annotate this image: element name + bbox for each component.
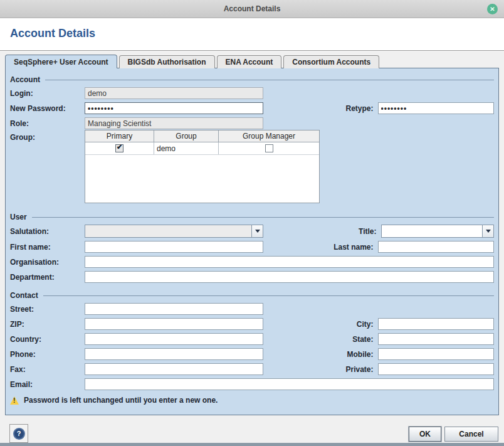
tab-ena-account[interactable]: ENA Account [217,55,282,68]
window-bottom-edge [0,443,504,446]
title-select[interactable] [381,225,495,238]
ok-button[interactable]: OK [409,427,441,442]
role-label: Role: [10,119,85,128]
private-label: Private: [263,365,378,374]
name-row: First name: Last name: [10,241,494,253]
role-row: Role: [10,117,494,129]
tab-seqsphere-user-account[interactable]: SeqSphere+ User Account [5,55,117,68]
window-titlebar: Account Details ✕ [0,0,504,18]
fax-field[interactable] [85,363,263,375]
city-field[interactable] [378,318,495,330]
account-section-title: Account [10,75,40,84]
column-header-group-manager: Group Manager [219,130,319,142]
cancel-button[interactable]: Cancel [444,427,498,442]
salutation-value [85,225,251,238]
dialog-footer: ? OK Cancel [0,415,504,446]
chevron-down-icon[interactable] [482,225,494,238]
role-field[interactable] [85,117,263,129]
warning-icon: ! [10,396,19,405]
city-label: City: [263,320,378,329]
login-row: Login: [10,87,494,99]
phone-field[interactable] [85,348,263,360]
column-header-primary: Primary [85,130,154,142]
zip-label: ZIP: [10,319,85,329]
group-manager-checkbox[interactable] [265,144,273,152]
close-icon[interactable]: ✕ [487,4,498,14]
phone-mobile-row: Phone: Mobile: [10,348,494,360]
fax-label: Fax: [10,364,85,374]
street-field[interactable] [85,303,263,315]
dialog-body: SeqSphere+ User Account BIGSdb Authorisa… [0,50,504,446]
check-icon: ✔ [117,143,122,151]
retype-label: Retype: [263,104,378,113]
section-divider [32,217,494,218]
title-label: Title: [263,227,381,236]
help-button[interactable]: ? [9,424,28,443]
footer-buttons: OK Cancel [409,427,498,442]
organisation-row: Organisation: [10,256,494,268]
phone-label: Phone: [10,349,85,359]
last-name-field[interactable] [378,241,495,253]
primary-cell: ✔ [85,142,154,154]
salutation-row: Salutation: Title: [10,225,494,238]
first-name-field[interactable] [85,241,263,253]
dialog-header: Account Details [0,18,504,50]
new-password-field[interactable] [85,102,263,114]
salutation-select[interactable] [85,225,263,238]
password-warning: ! Password is left unchanged until you e… [10,395,494,406]
page-title: Account Details [10,27,504,40]
user-section-title: User [10,213,27,221]
retype-password-field[interactable] [378,102,495,114]
tab-panel-seqsphere-user-account: Account Login: New Password: Retype: Rol… [5,68,499,415]
contact-section-title: Contact [10,291,38,300]
tab-bigsdb-authorisation[interactable]: BIGSdb Authorisation [119,55,215,68]
group-table[interactable]: Primary Group Group Manager ✔ demo [85,130,320,203]
zip-city-row: ZIP: City: [10,318,494,330]
last-name-label: Last name: [263,243,378,252]
window-title: Account Details [224,4,281,13]
login-label: Login: [10,88,85,98]
help-icon: ? [13,428,25,440]
group-manager-cell [219,142,319,154]
contact-section-header: Contact [10,290,494,300]
warning-text: Password is left unchanged until you ent… [24,396,218,405]
primary-checkbox[interactable]: ✔ [115,144,123,152]
chevron-down-icon[interactable] [251,225,263,238]
department-row: Department: [10,271,494,283]
login-field[interactable] [85,87,263,99]
department-field[interactable] [85,271,494,283]
organisation-label: Organisation: [10,257,85,267]
mobile-field[interactable] [378,348,495,360]
group-label: Group: [10,132,85,142]
salutation-label: Salutation: [10,226,85,236]
account-section-header: Account [10,75,494,84]
group-table-header: Primary Group Group Manager [85,130,319,142]
title-value [381,225,483,238]
country-label: Country: [10,334,85,344]
state-field[interactable] [378,333,495,345]
country-state-row: Country: State: [10,333,494,345]
email-row: Email: [10,378,494,390]
table-row[interactable]: ✔ demo [85,142,319,155]
state-label: State: [263,335,378,344]
user-section-header: User [10,212,494,221]
street-label: Street: [10,304,85,314]
first-name-label: First name: [10,242,85,252]
organisation-field[interactable] [85,256,494,268]
section-divider [43,295,494,296]
country-field[interactable] [85,333,263,345]
fax-private-row: Fax: Private: [10,363,494,375]
column-header-group: Group [154,130,219,142]
email-field[interactable] [85,378,494,390]
mobile-label: Mobile: [263,350,378,359]
street-row: Street: [10,303,494,315]
tab-bar: SeqSphere+ User Account BIGSdb Authorisa… [0,51,504,68]
tab-consortium-accounts[interactable]: Consortium Accounts [283,55,379,68]
new-password-row: New Password: Retype: [10,102,494,114]
department-label: Department: [10,272,85,282]
zip-field[interactable] [85,318,263,330]
new-password-label: New Password: [10,104,85,113]
section-divider [45,80,494,80]
email-label: Email: [10,380,85,389]
private-field[interactable] [378,363,495,375]
